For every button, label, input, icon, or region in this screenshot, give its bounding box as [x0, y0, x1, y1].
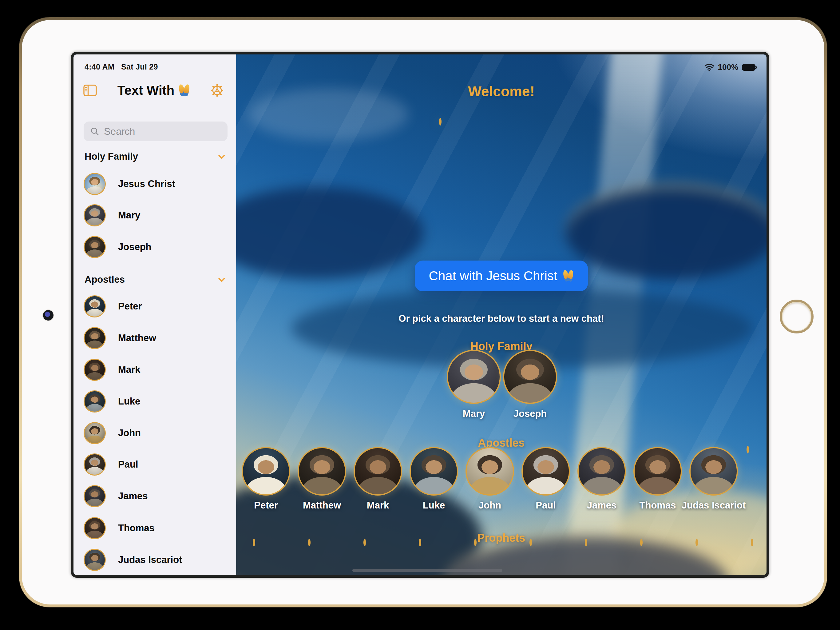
status-bar-right: 100%	[704, 62, 758, 72]
character-name: Joseph	[513, 408, 547, 419]
character-name: Judas Iscariot	[682, 500, 745, 511]
sidebar-item-joseph[interactable]: Joseph	[74, 235, 236, 259]
status-time: 4:40 AM	[85, 62, 114, 71]
avatar	[503, 350, 557, 404]
prophet-avatar[interactable]	[585, 540, 631, 575]
character-name: Thomas	[118, 522, 155, 534]
avatar	[84, 359, 106, 381]
horizontal-scrollbar[interactable]	[352, 569, 502, 572]
character-card-luke[interactable]: Luke	[406, 447, 462, 511]
chevron-down-icon	[216, 151, 227, 162]
avatar	[578, 447, 626, 495]
avatar	[84, 327, 106, 349]
avatar	[308, 539, 311, 546]
character-name: John	[478, 500, 501, 511]
sidebar-item-judas-iscariot[interactable]: Judas Iscariot	[74, 548, 236, 571]
prophet-avatar[interactable]	[529, 540, 576, 575]
status-bar-left: 4:40 AM Sat Jul 29	[85, 62, 158, 71]
avatar	[84, 453, 106, 476]
character-card-mary[interactable]: Mary	[448, 350, 500, 419]
search-input[interactable]: Search	[84, 122, 227, 141]
character-name: Luke	[423, 500, 445, 511]
character-name: James	[587, 500, 617, 511]
avatar	[242, 447, 290, 495]
home-button[interactable]	[780, 300, 813, 334]
jesus-hero-avatar[interactable]	[439, 119, 565, 245]
avatar	[84, 390, 106, 413]
sidebar-item-john[interactable]: John	[74, 421, 236, 445]
character-card-matthew[interactable]: Matthew	[294, 447, 350, 511]
battery-percent: 100%	[718, 62, 739, 72]
character-name: Mark	[118, 364, 140, 375]
sidebar-section-holy-family[interactable]: Holy Family	[85, 150, 227, 163]
prophet-avatar[interactable]	[751, 540, 766, 575]
character-card-paul[interactable]: Paul	[518, 447, 574, 511]
status-date: Sat Jul 29	[121, 62, 158, 71]
settings-button[interactable]	[209, 82, 225, 98]
character-card-peter[interactable]: Peter	[238, 447, 294, 511]
character-card-joseph[interactable]: Joseph	[504, 350, 556, 419]
cloud	[565, 184, 766, 279]
character-name: James	[118, 491, 148, 502]
front-camera	[43, 310, 54, 321]
prophet-avatar[interactable]	[308, 540, 354, 575]
avatar	[354, 447, 402, 495]
character-name: Thomas	[639, 500, 676, 511]
sidebar-item-peter[interactable]: Peter	[74, 295, 236, 318]
avatar	[419, 539, 421, 546]
character-name: Mary	[463, 408, 485, 419]
sidebar-toggle-button[interactable]	[82, 82, 98, 98]
welcome-title: Welcome!	[236, 83, 766, 100]
chat-button-label: Chat with Jesus Christ	[429, 269, 557, 283]
sidebar-item-matthew[interactable]: Matthew	[74, 326, 236, 350]
chevron-down-icon	[216, 274, 227, 285]
chat-with-jesus-button[interactable]: Chat with Jesus Christ	[415, 261, 588, 291]
avatar	[84, 204, 106, 226]
prophet-avatar[interactable]	[695, 540, 742, 575]
section-label: Apostles	[85, 274, 125, 285]
character-name: Jesus Christ	[118, 179, 175, 190]
character-card-partial[interactable]	[747, 447, 766, 493]
sidebar-item-luke[interactable]: Luke	[74, 390, 236, 413]
character-card-thomas[interactable]: Thomas	[630, 447, 686, 511]
ipad-bezel: 4:40 AM Sat Jul 29	[22, 20, 824, 605]
avatar	[695, 539, 698, 546]
sidebar-item-james[interactable]: James	[74, 484, 236, 508]
search-icon	[90, 127, 99, 136]
prophet-avatar[interactable]	[253, 540, 299, 575]
praying-hands-icon	[178, 84, 190, 97]
prophet-avatar[interactable]	[640, 540, 686, 575]
avatar	[474, 539, 477, 546]
avatar	[751, 539, 753, 546]
sidebar-item-mary[interactable]: Mary	[74, 204, 236, 227]
character-name: Matthew	[118, 332, 156, 343]
character-name: John	[118, 427, 141, 438]
avatar	[253, 539, 255, 546]
character-name: Paul	[118, 459, 138, 470]
group-label-holy-family: Holy Family	[236, 340, 766, 353]
avatar	[747, 446, 749, 453]
avatar	[447, 350, 501, 404]
app-title-text: Text With	[117, 83, 175, 98]
app-window: 4:40 AM Sat Jul 29	[74, 54, 766, 575]
character-name: Matthew	[303, 500, 341, 511]
character-name: Mary	[118, 210, 140, 221]
battery-icon	[742, 63, 757, 71]
sidebar-item-mark[interactable]: Mark	[74, 358, 236, 381]
character-card-john[interactable]: John	[462, 447, 518, 511]
character-card-judas-iscariot[interactable]: Judas Iscariot	[686, 447, 742, 511]
character-card-mark[interactable]: Mark	[350, 447, 406, 511]
sidebar-section-apostles[interactable]: Apostles	[85, 274, 227, 286]
avatar	[633, 447, 682, 495]
avatar	[439, 118, 442, 125]
sidebar-item-jesus-christ[interactable]: Jesus Christ	[74, 172, 236, 196]
sidebar-item-thomas[interactable]: Thomas	[74, 516, 236, 540]
character-card-james[interactable]: James	[574, 447, 630, 511]
avatar	[84, 295, 106, 317]
sidebar-item-paul[interactable]: Paul	[74, 453, 236, 476]
praying-hands-icon	[563, 269, 573, 282]
ipad-device: 4:40 AM Sat Jul 29	[19, 17, 827, 607]
avatar	[84, 422, 106, 444]
section-label: Holy Family	[85, 151, 138, 162]
gear-icon	[210, 83, 224, 98]
